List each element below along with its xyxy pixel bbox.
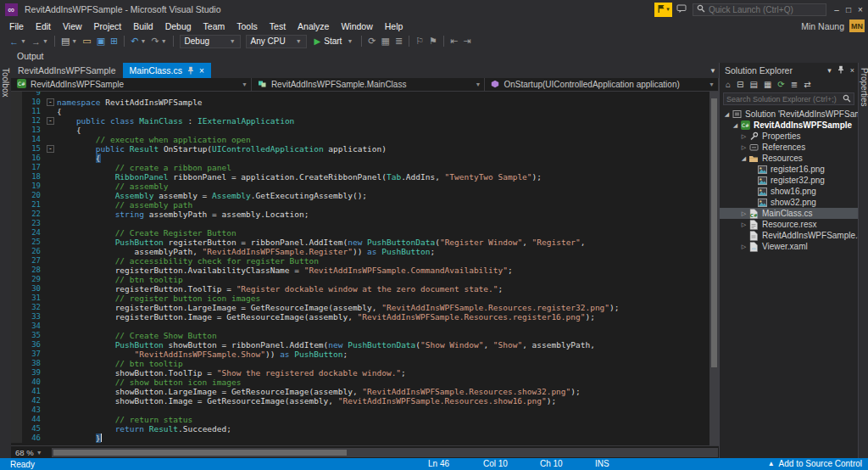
vertical-scrollbar-thumb[interactable] (711, 98, 717, 367)
breakpoint-margin[interactable] (11, 284, 22, 294)
tree-item-register16-png[interactable]: register16.png (720, 164, 858, 175)
breakpoint-margin[interactable] (11, 303, 22, 312)
menu-analyze[interactable]: Analyze (292, 20, 335, 32)
navigate-backward-icon[interactable]: ←▼ (7, 34, 29, 48)
tree-item-viewer-xaml[interactable]: ▷‹›Viewer.xaml (720, 241, 858, 252)
collapse-arrow-icon[interactable]: ◢ (732, 122, 739, 129)
document-tab-revitaddinswpfsample[interactable]: RevitAddInsWPFSample (11, 63, 123, 78)
feedback-icon[interactable] (676, 4, 688, 14)
horizontal-scrollbar[interactable] (52, 448, 718, 457)
vertical-scrollbar[interactable] (709, 92, 719, 445)
breakpoint-margin[interactable] (11, 331, 22, 340)
solution-explorer-search-box[interactable] (723, 92, 854, 105)
menu-window[interactable]: Window (335, 20, 378, 32)
sync-active-document-icon[interactable]: ⇄ (804, 80, 810, 89)
save-icon[interactable]: ▣ (94, 34, 108, 48)
breakpoint-margin[interactable] (11, 107, 22, 116)
breakpoint-margin[interactable] (11, 350, 22, 359)
tree-item-resources[interactable]: ◢Resources (720, 153, 858, 164)
menu-file[interactable]: File (3, 20, 30, 32)
tree-item-revitaddinswpfsample[interactable]: ◢C#RevitAddInsWPFSample (720, 120, 858, 131)
tree-item-properties[interactable]: ▷Properties (720, 131, 858, 142)
pin-icon[interactable] (837, 65, 844, 76)
breakpoint-margin[interactable] (11, 312, 22, 322)
solution-platform-dropdown[interactable]: Any CPU▼ (246, 35, 307, 48)
breakpoint-margin[interactable] (11, 238, 22, 247)
solution-explorer-search-input[interactable] (726, 95, 843, 104)
breakpoint-margin[interactable] (11, 294, 22, 303)
tree-item-show32-png[interactable]: show32.png (720, 197, 858, 208)
tab-properties[interactable]: Properties (860, 68, 868, 107)
refresh-icon[interactable]: ⟳ (365, 34, 378, 48)
increase-indent-icon[interactable]: ⇥ (460, 34, 473, 48)
breakpoint-margin[interactable] (11, 368, 22, 378)
user-account[interactable]: Min Naung MN (801, 20, 865, 32)
menu-build[interactable]: Build (127, 20, 159, 32)
breakpoint-margin[interactable] (11, 247, 22, 256)
breakpoint-margin[interactable] (11, 210, 22, 219)
breakpoint-margin[interactable] (11, 116, 22, 126)
find-in-files-icon[interactable]: ≣ (392, 34, 405, 48)
add-to-source-control-button[interactable]: ▲ Add to Source Control (768, 459, 862, 468)
menu-help[interactable]: Help (379, 20, 409, 32)
code-editor[interactable]: 910-namespace RevitAddInsWPFSample11{12-… (11, 92, 709, 445)
breakpoint-margin[interactable] (11, 126, 22, 135)
tree-item-references[interactable]: ▷References (720, 142, 858, 153)
avatar[interactable]: MN (849, 20, 865, 32)
editor-zoom-control[interactable]: 68 %▼ (11, 448, 52, 457)
collapse-arrow-icon[interactable]: ◢ (740, 155, 748, 162)
breakpoint-margin[interactable] (11, 135, 22, 144)
window-menu-icon[interactable]: ▾ (827, 66, 832, 75)
close-icon[interactable]: × (199, 66, 204, 76)
breakpoint-margin[interactable] (11, 424, 22, 434)
tree-item-resource-resx[interactable]: ▷Resource.resx (720, 219, 858, 230)
show-all-files-icon[interactable]: ▦ (764, 80, 771, 89)
breakpoint-margin[interactable] (11, 182, 22, 191)
build-solution-icon[interactable]: ▦ (379, 34, 392, 48)
breakpoint-margin[interactable] (11, 154, 22, 163)
navbar-type-dropdown[interactable]: RevitAddInsWPFSample.MainClass ▼ (252, 78, 486, 91)
expand-arrow-icon[interactable]: ▷ (740, 144, 748, 151)
home-icon[interactable]: ⌂ (726, 80, 731, 89)
tree-item-mainclass-cs[interactable]: ▷C#MainClass.cs (720, 208, 858, 219)
breakpoint-margin[interactable] (11, 98, 22, 107)
quick-launch-box[interactable] (693, 3, 826, 16)
next-bookmark-icon[interactable]: ⚑ (426, 34, 440, 48)
new-project-icon[interactable]: ▤▼ (58, 34, 80, 48)
quick-launch-input[interactable] (709, 5, 822, 14)
maximize-button[interactable]: □ (843, 1, 854, 18)
breakpoint-margin[interactable] (11, 387, 22, 396)
menu-project[interactable]: Project (88, 20, 128, 32)
breakpoint-margin[interactable] (11, 172, 22, 182)
debug-configuration-dropdown[interactable]: Debug▼ (180, 35, 241, 48)
tree-item-solution-revitaddinswpfsample-1-project[interactable]: ◢Solution 'RevitAddInsWPFSample' (1 proj… (720, 109, 858, 120)
menu-team[interactable]: Team (198, 20, 231, 32)
tree-item-register32-png[interactable]: register32.png (720, 175, 858, 186)
minimize-button[interactable]: – (831, 1, 843, 18)
properties-page-icon[interactable]: ▤ (749, 80, 757, 89)
open-file-icon[interactable]: ▭ (80, 34, 93, 48)
start-debugging-button[interactable]: ▶Start▼ (309, 36, 359, 46)
menu-tools[interactable]: Tools (231, 20, 264, 32)
breakpoint-margin[interactable] (11, 200, 22, 210)
menu-view[interactable]: View (57, 20, 88, 32)
navbar-member-dropdown[interactable]: OnStartup(UIControlledApplication applic… (485, 78, 719, 91)
breakpoint-margin[interactable] (11, 434, 22, 443)
close-button[interactable]: × (854, 1, 866, 18)
breakpoint-margin[interactable] (11, 359, 22, 368)
navbar-project-dropdown[interactable]: C# RevitAddInsWPFSample ▼ (11, 78, 252, 91)
fold-collapse-icon[interactable]: - (47, 98, 54, 106)
breakpoint-margin[interactable] (11, 163, 22, 172)
breakpoint-margin[interactable] (11, 340, 22, 350)
output-pane-tab[interactable]: Output (0, 49, 868, 63)
horizontal-scrollbar-thumb[interactable] (53, 450, 347, 456)
decrease-indent-icon[interactable]: ⇤ (448, 34, 460, 48)
document-list-chevron-icon[interactable]: ▼ (709, 67, 716, 75)
menu-debug[interactable]: Debug (159, 20, 198, 32)
navigate-forward-icon[interactable]: →▼ (29, 34, 51, 48)
fold-collapse-icon[interactable]: - (47, 145, 54, 153)
tab-toolbox[interactable]: Toolbox (1, 68, 10, 97)
breakpoint-margin[interactable] (11, 275, 22, 284)
expand-arrow-icon[interactable]: ▷ (740, 133, 748, 140)
view-code-icon[interactable]: ≣ (791, 80, 798, 89)
